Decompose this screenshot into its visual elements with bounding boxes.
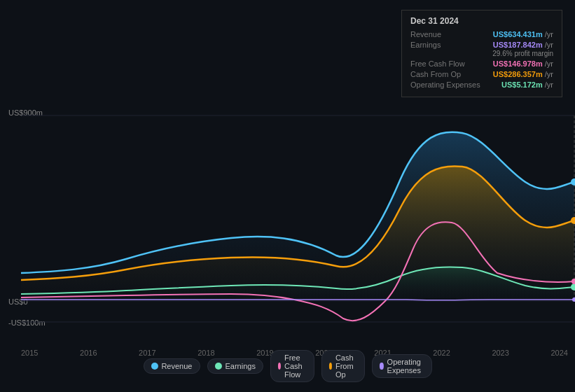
legend-opex-label: Operating Expenses: [387, 358, 424, 374]
tooltip-profit-margin: 29.6% profit margin: [410, 50, 553, 57]
tooltip-fcf-row: Free Cash Flow US$146.978m /yr: [410, 59, 553, 68]
legend-fcf[interactable]: Free Cash Flow: [270, 350, 314, 382]
tooltip-cashop-value: US$286.357m /yr: [493, 70, 553, 78]
chart-legend: Revenue Earnings Free Cash Flow Cash Fro…: [143, 350, 431, 382]
tooltip-fcf-value: US$146.978m /yr: [493, 59, 553, 68]
legend-cashop-dot: [329, 363, 332, 370]
tooltip-earnings-label: Earnings: [410, 41, 441, 49]
tooltip-opex-row: Operating Expenses US$5.172m /yr: [410, 80, 553, 89]
legend-fcf-label: Free Cash Flow: [284, 354, 307, 379]
chart-container: Dec 31 2024 Revenue US$634.431m /yr Earn…: [0, 0, 575, 392]
legend-earnings-dot: [214, 363, 221, 370]
tooltip-fcf-label: Free Cash Flow: [410, 59, 465, 68]
legend-cashop-label: Cash From Op: [335, 354, 357, 379]
legend-opex[interactable]: Operating Expenses: [372, 354, 431, 378]
x-label-2015: 2015: [21, 349, 38, 357]
legend-earnings-label: Earnings: [225, 362, 255, 370]
x-label-2016: 2016: [80, 349, 97, 357]
legend-earnings[interactable]: Earnings: [207, 358, 263, 374]
legend-cashop[interactable]: Cash From Op: [321, 350, 366, 382]
tooltip-earnings-row: Earnings US$187.842m /yr: [410, 41, 553, 49]
legend-fcf-dot: [278, 363, 281, 370]
legend-revenue-dot: [151, 363, 158, 370]
tooltip-revenue-label: Revenue: [410, 30, 441, 38]
x-label-2024: 2024: [550, 349, 567, 357]
tooltip-opex-label: Operating Expenses: [410, 80, 480, 89]
legend-opex-dot: [380, 363, 383, 370]
tooltip-revenue-row: Revenue US$634.431m /yr: [410, 30, 553, 38]
tooltip-revenue-value: US$634.431m /yr: [493, 30, 553, 38]
tooltip-cashop-label: Cash From Op: [410, 70, 461, 78]
x-label-2023: 2023: [492, 349, 508, 357]
tooltip-opex-value: US$5.172m /yr: [501, 80, 553, 89]
tooltip-date: Dec 31 2024: [410, 16, 553, 26]
x-label-2022: 2022: [433, 349, 450, 357]
tooltip-earnings-value: US$187.842m /yr: [493, 41, 553, 49]
tooltip-cashop-row: Cash From Op US$286.357m /yr: [410, 70, 553, 78]
legend-revenue-label: Revenue: [161, 362, 192, 370]
tooltip-box: Dec 31 2024 Revenue US$634.431m /yr Earn…: [401, 10, 562, 97]
legend-revenue[interactable]: Revenue: [143, 358, 200, 374]
